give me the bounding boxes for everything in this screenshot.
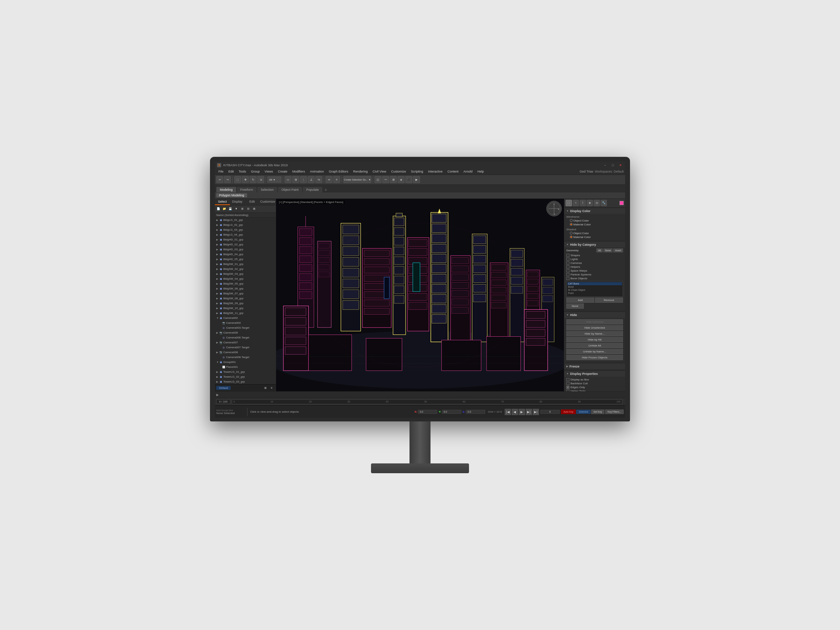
go-start-btn[interactable]: |◀ <box>505 409 511 415</box>
scene-list[interactable]: ▶ ▣ BldgLG_01_grp ▶ ▣ BldgLG_02_grp ▶ <box>215 218 276 385</box>
list-item[interactable]: ▶ ▣ BldgSM_09_grp <box>215 301 276 306</box>
layer-btn[interactable]: ◫ <box>374 176 382 183</box>
list-item[interactable]: ▶ ▣ BldgSM_05_grp <box>215 281 276 286</box>
display-as-box-checkbox[interactable] <box>566 378 570 381</box>
lights-checkbox[interactable] <box>566 257 570 261</box>
list-item[interactable]: ◎ Camera003.Target <box>215 325 276 330</box>
undo-btn[interactable]: ↩ <box>216 176 223 183</box>
list-item[interactable]: ▶ ▣ BldgSM_03_grp <box>215 272 276 276</box>
list-item[interactable]: ▼ ▣ Camera002 <box>215 316 276 321</box>
explorer-filter-btn[interactable]: ▼ <box>234 206 239 212</box>
minimize-button[interactable]: − <box>603 163 608 167</box>
display-color-header[interactable]: ▼ Display Color <box>564 208 625 214</box>
tab-populate[interactable]: Populate <box>303 187 322 193</box>
viewport-nav-gizmo[interactable]: Y X -Y <box>546 201 562 216</box>
menu-graph-editors[interactable]: Graph Editors <box>327 169 351 174</box>
bone-objects-checkbox[interactable] <box>566 277 570 280</box>
list-item[interactable]: ▶ 📷 Camera007 <box>215 340 276 345</box>
play-btn[interactable]: ▶ <box>519 409 525 415</box>
menu-scripting[interactable]: Scripting <box>409 169 425 174</box>
selection-filter-dropdown[interactable]: All ▼ <box>267 177 281 183</box>
hide-by-hit-btn[interactable]: Hide by Hit <box>566 337 623 342</box>
render-scene-btn[interactable]: ⬛ <box>405 176 412 183</box>
scale-btn[interactable]: ⇲ <box>257 176 264 183</box>
freeze-header[interactable]: ▶ Freeze <box>564 364 625 369</box>
snap-toggle-btn[interactable]: ⋮ <box>300 176 307 183</box>
explorer-select-all[interactable]: ⊞ <box>239 206 245 212</box>
frame-input[interactable]: 0 <box>540 410 560 414</box>
explorer-none[interactable]: ⊠ <box>251 206 257 212</box>
list-item[interactable]: ▶ ▣ BldgHD_03_grp <box>215 247 276 252</box>
menu-customize[interactable]: Customize <box>389 169 408 174</box>
list-item[interactable]: ⬜ Plane001 <box>215 365 276 369</box>
key-filters-btn[interactable]: Key Filters... <box>605 409 624 414</box>
remove-bone-btn[interactable]: Remove <box>595 297 623 303</box>
explorer-tab-display[interactable]: Display <box>230 199 245 205</box>
explorer-grid-btn[interactable]: ⊞ <box>262 385 268 391</box>
explorer-tab-customize[interactable]: Customize <box>260 199 276 205</box>
menu-file[interactable]: File <box>216 169 226 174</box>
wireframe-material-radio[interactable] <box>570 223 573 226</box>
list-item[interactable]: ▼ ▣ Group001 <box>215 360 276 365</box>
next-frame-btn[interactable]: ▶| <box>526 409 532 415</box>
create-panel-btn[interactable]: + <box>573 200 579 206</box>
display-panel-btn[interactable]: ⬚ <box>565 200 572 206</box>
angle-snap-btn[interactable]: ∠ <box>308 176 315 183</box>
shaded-material-radio[interactable] <box>570 235 573 238</box>
wireframe-object-radio[interactable] <box>570 219 573 222</box>
tab-selection[interactable]: Selection <box>257 187 277 193</box>
list-item[interactable]: ▶ ▣ BldgSM_10_grp <box>215 306 276 311</box>
cat-bone-item[interactable]: CAT Bone <box>567 282 622 285</box>
tab-freeform[interactable]: Freeform <box>237 187 257 193</box>
menu-tools[interactable]: Tools <box>237 169 248 174</box>
go-end-btn[interactable]: ▶| <box>533 409 539 415</box>
shapes-checkbox[interactable] <box>566 254 570 257</box>
motion-panel-btn[interactable]: ◎ <box>594 200 600 206</box>
tabs-more[interactable]: + <box>324 187 327 193</box>
utilities-panel-btn[interactable]: 🔧 <box>601 200 607 206</box>
list-item[interactable]: ▶ ▣ BldgSM_07_grp <box>215 291 276 296</box>
hide-selected-btn[interactable]: Hide Selected <box>566 319 623 324</box>
list-item[interactable]: ▶ ▣ BldgLG_02_grp <box>215 223 276 227</box>
menu-civil-view[interactable]: Civil View <box>371 169 388 174</box>
tab-object-paint[interactable]: Object Paint <box>278 187 302 193</box>
set-key-btn[interactable]: Set Key <box>591 409 605 414</box>
schematic-view-btn[interactable]: ⊠ <box>390 176 397 183</box>
auto-key-btn[interactable]: Auto Key <box>561 409 576 414</box>
menu-modifiers[interactable]: Modifiers <box>290 169 307 174</box>
menu-arnold[interactable]: Arnold <box>461 169 475 174</box>
named-selection-btn[interactable]: Create Selection Se... ▼ <box>343 176 371 183</box>
hide-by-category-header[interactable]: ▼ Hide by Category <box>564 242 625 248</box>
maximize-button[interactable]: □ <box>610 163 615 167</box>
expand-timeline-btn[interactable]: ▶ <box>216 393 219 396</box>
menu-rendering[interactable]: Rendering <box>351 169 370 174</box>
bone-list[interactable]: CAT Bone Bone IK Chain Object Point <box>566 281 623 297</box>
align-btn[interactable]: ≡ <box>333 176 340 183</box>
menu-interactive[interactable]: Interactive <box>426 169 445 174</box>
unhide-all-btn[interactable]: Unhide All <box>566 343 623 348</box>
display-properties-header[interactable]: ▼ Display Properties <box>564 371 625 377</box>
menu-group[interactable]: Group <box>249 169 262 174</box>
list-item[interactable]: ◎ Camera008.Target <box>215 355 276 360</box>
hierarchy-panel-btn[interactable]: ◈ <box>587 200 593 206</box>
close-button[interactable]: ✕ <box>618 163 623 167</box>
color-swatch[interactable] <box>619 201 624 205</box>
unhide-by-name-btn[interactable]: Unhide by Name... <box>566 349 623 354</box>
tab-modeling[interactable]: Modeling <box>216 187 236 193</box>
bone-none-btn[interactable]: None <box>566 303 584 309</box>
explorer-tab-select[interactable]: Select <box>215 199 230 205</box>
helpers-checkbox[interactable] <box>566 265 570 268</box>
menu-edit[interactable]: Edit <box>226 169 236 174</box>
list-item[interactable]: ▶ ▣ BldgSM_01_grp <box>215 262 276 267</box>
list-item[interactable]: ▶ ▣ BldgLG_01_grp <box>215 218 276 223</box>
rotate-btn[interactable]: ↻ <box>249 176 257 183</box>
point-item[interactable]: Point <box>567 292 622 295</box>
viewport-canvas[interactable] <box>276 199 564 392</box>
subtab-polygon-modeling[interactable]: Polygon Modeling <box>216 193 247 197</box>
hide-by-name-btn[interactable]: Hide by Name... <box>566 331 623 336</box>
timeline-track[interactable]: 0 10 20 30 40 50 60 70 80 90 100 <box>232 399 622 404</box>
default-layer-btn[interactable]: Default <box>216 386 231 390</box>
explorer-tab-edit[interactable]: Edit <box>245 199 260 205</box>
list-item[interactable]: ▶ 📷 Camera006 <box>215 330 276 335</box>
all-btn[interactable]: All <box>597 248 603 253</box>
